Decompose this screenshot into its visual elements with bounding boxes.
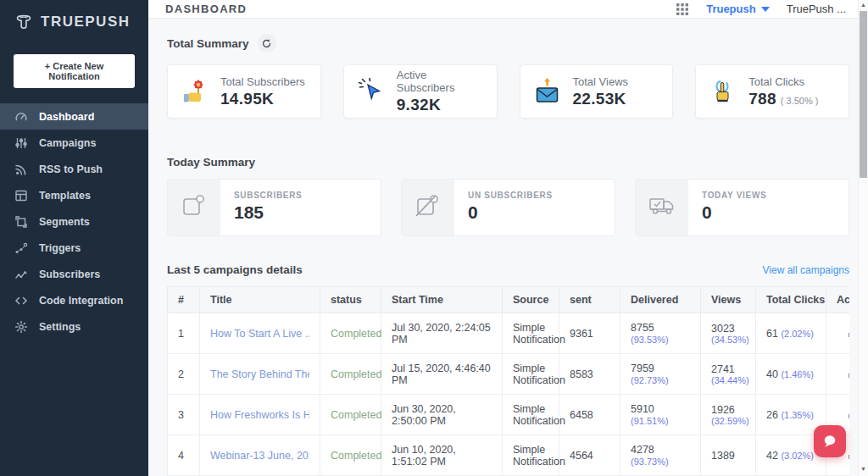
cell-status: Completed <box>320 395 381 435</box>
campaigns-table-wrap: #TitlestatusStart TimeSourcesentDelivere… <box>167 286 849 476</box>
refresh-button[interactable] <box>258 34 276 53</box>
sidebar-item-label: Segments <box>39 216 90 228</box>
campaign-stats-icon[interactable] <box>849 327 849 337</box>
cell-status: Completed <box>320 354 381 395</box>
clicks-pct: (1.46%) <box>781 369 814 379</box>
total-summary-cards: Total Subscribers14.95KActive Subscriber… <box>167 64 849 119</box>
topbar: DASHBOARD Truepush TruePush ... <box>148 0 868 19</box>
campaigns-table: #TitlestatusStart TimeSourcesentDelivere… <box>167 286 849 476</box>
sidebar: TRUEPUSH + Create New Notification Dashb… <box>0 0 148 476</box>
cell-delivered: 5910 (91.51%) <box>620 395 701 435</box>
cell-title: Webinar-13 June, 202... <box>200 435 320 476</box>
cell-delivered: 8755 (93.53%) <box>620 313 701 354</box>
sidebar-item-label: Dashboard <box>39 111 94 123</box>
logo: TRUEPUSH <box>0 0 148 41</box>
page-title: DASHBOARD <box>165 3 247 15</box>
table-row: 4Webinar-13 June, 202...CompletedJun 10,… <box>168 435 850 476</box>
campaign-title-link[interactable]: Webinar-13 June, 202... <box>210 450 309 462</box>
cell-num: 4 <box>168 435 200 476</box>
scrollbar-thumb[interactable] <box>860 11 867 178</box>
sidebar-item-campaigns[interactable]: Campaigns <box>0 130 148 156</box>
views-pct: (32.59%) <box>711 416 745 426</box>
thumbs-up-badge-icon <box>181 78 209 105</box>
stat-value: 14.95K <box>220 90 274 108</box>
campaign-stats-icon[interactable] <box>849 408 849 418</box>
sidebar-item-code-integration[interactable]: Code Integration <box>0 287 148 313</box>
stat-value-row: 9.32K <box>397 96 483 114</box>
today-card: UN SUBSCRIBERS0 <box>401 179 615 236</box>
templates-icon <box>14 189 28 202</box>
scroll-down-icon[interactable]: ▼ <box>859 464 868 474</box>
sliders-icon <box>14 136 28 150</box>
views-pct: (34.44%) <box>711 375 745 385</box>
cell-title: How Freshworks Is He... <box>200 395 320 435</box>
sidebar-item-templates[interactable]: Templates <box>0 182 148 208</box>
gauge-icon <box>14 110 28 124</box>
stat-label: Total Views <box>573 75 629 88</box>
clicks-pct: (2.02%) <box>781 329 814 339</box>
content: Total Summary Total Subscribers14.95KAct… <box>148 19 868 476</box>
cell-delivered: 7959 (92.73%) <box>620 354 701 395</box>
truepush-logo-icon <box>14 12 34 32</box>
project-dropdown[interactable]: Truepush <box>706 3 770 15</box>
stat-value-row: 788( 3.50% ) <box>748 90 818 108</box>
cell-views: 1926(32.59%) <box>701 395 756 435</box>
stat-card: Total Subscribers14.95K <box>167 64 321 119</box>
table-header-row: #TitlestatusStart TimeSourcesentDelivere… <box>168 287 850 313</box>
sidebar-item-subscribers[interactable]: Subscribers <box>0 261 148 287</box>
hand-tap-icon <box>709 78 737 105</box>
unsubscriber-box-icon <box>414 193 442 222</box>
today-card-body: TODAY VIEWS0 <box>688 180 780 235</box>
scrollbar[interactable]: ▲ ▼ <box>858 0 868 476</box>
sidebar-item-label: Code Integration <box>39 295 123 307</box>
cell-status: Completed <box>320 313 381 354</box>
today-card-body: SUBSCRIBERS185 <box>220 180 316 235</box>
campaign-stats-icon[interactable] <box>849 368 849 378</box>
column-header: Start Time <box>381 287 503 313</box>
subscribers-icon <box>14 268 28 281</box>
campaigns-header: Last 5 campaigns details View all campai… <box>167 263 849 276</box>
campaign-title-link[interactable]: The Story Behind The... <box>210 368 309 380</box>
stat-card-body: Total Views22.53K <box>573 75 629 108</box>
campaign-title-link[interactable]: How Freshworks Is He... <box>210 409 309 421</box>
scroll-up-icon[interactable]: ▲ <box>859 0 868 10</box>
apps-grid-icon[interactable] <box>676 3 689 16</box>
campaign-stats-icon[interactable] <box>849 449 849 459</box>
sidebar-item-settings[interactable]: Settings <box>0 313 148 340</box>
views-num: 1389 <box>711 450 745 462</box>
today-summary-cards: SUBSCRIBERS185UN SUBSCRIBERS0TODAY VIEWS… <box>167 179 849 236</box>
views-num: 3023 <box>711 323 745 335</box>
stat-extra: ( 3.50% ) <box>781 96 819 106</box>
cell-clicks: 40 (1.46%) <box>756 354 826 395</box>
stat-label: Active Subscribers <box>397 69 483 94</box>
sidebar-item-segments[interactable]: Segments <box>0 208 148 235</box>
logo-text: TRUEPUSH <box>41 14 131 30</box>
cell-num: 1 <box>168 313 200 354</box>
stat-value: 788 <box>748 90 776 108</box>
sidebar-item-triggers[interactable]: Triggers <box>0 235 148 261</box>
view-all-campaigns-link[interactable]: View all campaigns <box>763 264 850 276</box>
gear-icon <box>14 320 28 334</box>
cell-sent: 8583 <box>559 354 620 395</box>
account-name[interactable]: TruePush ... <box>787 3 846 15</box>
stat-value: 22.53K <box>573 90 626 108</box>
column-header: Title <box>200 287 320 313</box>
stat-card: Total Views22.53K <box>520 64 674 119</box>
sidebar-item-rss-to-push[interactable]: RSS to Push <box>0 156 148 182</box>
sidebar-nav: DashboardCampaignsRSS to PushTemplatesSe… <box>0 103 148 340</box>
cursor-click-icon <box>358 78 385 105</box>
sidebar-item-dashboard[interactable]: Dashboard <box>0 103 148 130</box>
table-row: 1How To Start A Live ...CompletedJul 30,… <box>168 313 850 354</box>
cell-clicks: 61 (2.02%) <box>756 313 826 354</box>
clicks-pct: (3.02%) <box>781 451 814 461</box>
chat-widget-button[interactable] <box>814 425 846 457</box>
campaign-title-link[interactable]: How To Start A Live ... <box>210 328 309 340</box>
column-header: Source <box>503 287 559 313</box>
create-notification-button[interactable]: + Create New Notification <box>14 54 135 88</box>
total-summary-title: Total Summary <box>167 37 249 50</box>
column-header: Total Clicks <box>756 287 826 313</box>
column-header: sent <box>559 287 620 313</box>
stat-card: Active Subscribers9.32K <box>343 64 498 119</box>
column-header: # <box>168 287 200 313</box>
main-area: DASHBOARD Truepush TruePush ... Total Su… <box>148 0 868 476</box>
